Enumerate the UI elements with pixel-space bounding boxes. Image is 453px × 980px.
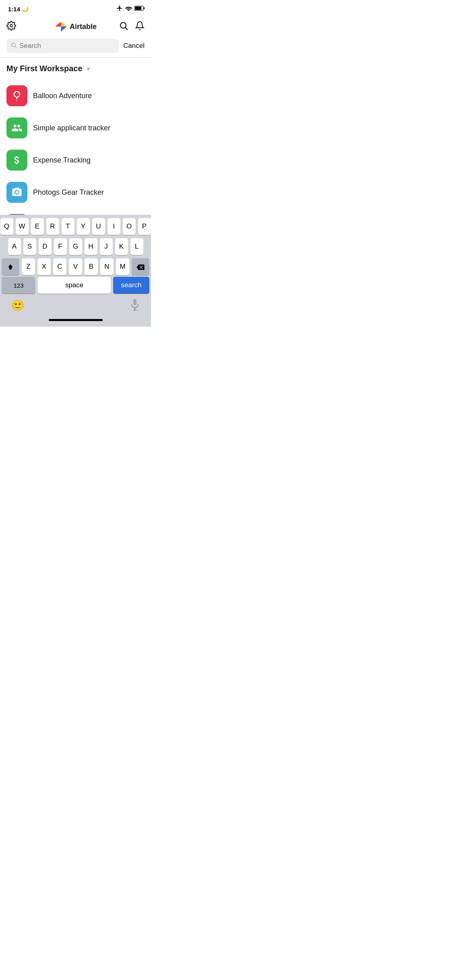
key-123[interactable]: 123	[2, 277, 35, 294]
svg-marker-7	[61, 27, 66, 31]
key-c[interactable]: C	[53, 258, 66, 275]
search-nav-icon[interactable]	[119, 21, 128, 32]
svg-rect-12	[133, 299, 137, 305]
shift-key[interactable]	[2, 258, 19, 275]
keyboard-row-2: A S D F G H J K L	[2, 238, 149, 255]
key-x[interactable]: X	[37, 258, 51, 275]
emoji-row: 🙂	[0, 295, 151, 313]
search-input-wrap[interactable]	[6, 39, 119, 53]
workspace-chevron-icon[interactable]: ▼	[86, 66, 91, 72]
search-input[interactable]	[19, 42, 115, 50]
microphone-icon[interactable]	[130, 298, 140, 313]
airplane-icon	[116, 5, 123, 13]
moon-icon: 🌙	[22, 6, 29, 12]
key-l[interactable]: L	[130, 238, 143, 255]
search-key[interactable]: search	[113, 277, 149, 294]
svg-marker-4	[55, 22, 61, 27]
list-item[interactable]: Expense Tracking	[6, 144, 145, 176]
bell-icon[interactable]	[135, 21, 145, 32]
base-name-balloon: Balloon Adventure	[33, 92, 92, 100]
key-v[interactable]: V	[69, 258, 82, 275]
base-name-photogs: Photogs Gear Tracker	[33, 188, 104, 197]
key-n[interactable]: N	[100, 258, 114, 275]
logo-text: Airtable	[70, 23, 97, 31]
key-p[interactable]: P	[138, 218, 151, 235]
workspace-title-row: My First Workspace ▼	[6, 64, 145, 73]
home-bar	[49, 319, 103, 321]
workspace-title: My First Workspace	[6, 64, 83, 73]
list-item[interactable]: Simple applicant tracker	[6, 112, 145, 144]
svg-rect-2	[144, 7, 145, 9]
key-t[interactable]: T	[62, 218, 74, 235]
wifi-icon	[125, 5, 132, 12]
settings-icon[interactable]	[6, 21, 16, 32]
space-key[interactable]: space	[38, 277, 111, 294]
svg-marker-6	[61, 22, 66, 27]
key-d[interactable]: D	[39, 238, 52, 255]
svg-point-10	[12, 43, 15, 47]
key-k[interactable]: K	[115, 238, 128, 255]
emoji-icon[interactable]: 🙂	[11, 299, 24, 312]
list-item[interactable]: Photogs Gear Tracker	[6, 176, 145, 208]
list-item[interactable]: Balloon Adventure	[6, 80, 145, 112]
key-i[interactable]: I	[108, 218, 120, 235]
status-time: 1:14	[8, 6, 20, 12]
key-y[interactable]: Y	[77, 218, 90, 235]
base-icon-expense	[6, 150, 27, 171]
key-f[interactable]: F	[54, 238, 67, 255]
key-r[interactable]: R	[46, 218, 59, 235]
svg-point-8	[120, 23, 126, 28]
key-w[interactable]: W	[16, 218, 29, 235]
svg-line-9	[126, 28, 128, 30]
status-bar: 1:14 🌙	[0, 0, 151, 18]
svg-line-11	[15, 46, 17, 48]
keyboard-row-1: Q W E R T Y U I O P	[2, 218, 149, 235]
key-j[interactable]: J	[100, 238, 113, 255]
keyboard: Q W E R T Y U I O P A S D F G H J K L	[0, 215, 151, 327]
key-s[interactable]: S	[23, 238, 36, 255]
key-q[interactable]: Q	[0, 218, 13, 235]
key-o[interactable]: O	[123, 218, 136, 235]
key-e[interactable]: E	[31, 218, 44, 235]
base-icon-balloon	[6, 85, 27, 106]
key-a[interactable]: A	[8, 238, 21, 255]
home-indicator	[0, 313, 151, 327]
key-b[interactable]: B	[85, 258, 98, 275]
search-input-icon	[10, 42, 17, 50]
key-g[interactable]: G	[69, 238, 82, 255]
base-name-expense: Expense Tracking	[33, 156, 91, 165]
svg-rect-1	[135, 6, 141, 10]
key-u[interactable]: U	[92, 218, 105, 235]
base-icon-photogs	[6, 182, 27, 203]
base-icon-applicant	[6, 117, 27, 138]
nav-bar: Airtable	[0, 18, 151, 35]
keyboard-row-3: Z X C V B N M	[2, 258, 149, 275]
key-z[interactable]: Z	[22, 258, 35, 275]
search-bar-row: Cancel	[0, 35, 151, 57]
svg-point-3	[10, 25, 12, 27]
keyboard-bottom-row: 123 space search	[0, 277, 151, 295]
key-h[interactable]: H	[85, 238, 97, 255]
key-m[interactable]: M	[116, 258, 129, 275]
battery-icon	[134, 5, 145, 12]
app-logo: Airtable	[54, 21, 97, 32]
cancel-button[interactable]: Cancel	[123, 42, 145, 50]
delete-key[interactable]	[132, 258, 149, 275]
base-name-applicant: Simple applicant tracker	[33, 124, 110, 132]
